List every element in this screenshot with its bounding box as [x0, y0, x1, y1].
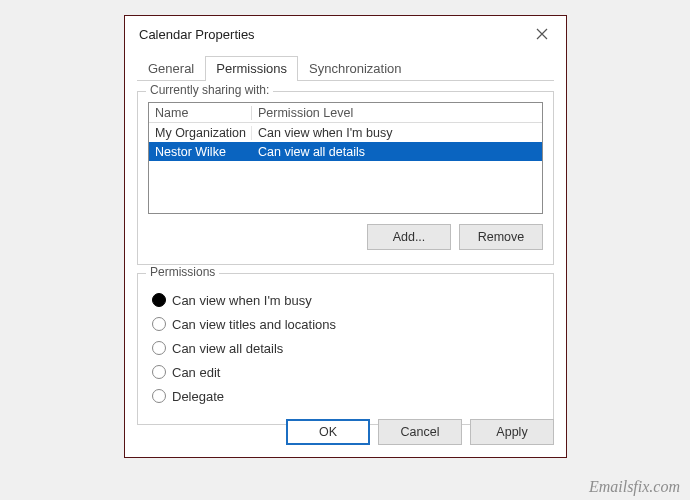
list-row[interactable]: Nestor Wilke Can view all details — [149, 142, 542, 161]
sharing-listbox[interactable]: Name Permission Level My Organization Ca… — [148, 102, 543, 214]
tab-general[interactable]: General — [137, 56, 205, 81]
sharing-legend: Currently sharing with: — [146, 83, 273, 97]
close-icon[interactable] — [528, 20, 556, 48]
cell-name: My Organization — [149, 126, 252, 140]
radio-label: Can view titles and locations — [172, 317, 336, 332]
dialog-title: Calendar Properties — [139, 27, 528, 42]
radio-icon — [152, 293, 166, 307]
permissions-pane: Currently sharing with: Name Permission … — [137, 91, 554, 425]
calendar-properties-dialog: Calendar Properties General Permissions … — [124, 15, 567, 458]
header-level: Permission Level — [252, 106, 542, 120]
permissions-legend: Permissions — [146, 265, 219, 279]
radio-can-edit[interactable]: Can edit — [152, 360, 539, 384]
radio-can-view-titles[interactable]: Can view titles and locations — [152, 312, 539, 336]
cell-name: Nestor Wilke — [149, 145, 252, 159]
sharing-buttons: Add... Remove — [148, 224, 543, 250]
radio-icon — [152, 341, 166, 355]
watermark: Emailsfix.com — [589, 478, 680, 496]
cell-level: Can view when I'm busy — [252, 126, 542, 140]
cell-level: Can view all details — [252, 145, 542, 159]
dialog-footer: OK Cancel Apply — [286, 419, 554, 445]
tab-permissions[interactable]: Permissions — [205, 56, 298, 81]
permissions-radios: Can view when I'm busy Can view titles a… — [148, 284, 543, 410]
ok-button[interactable]: OK — [286, 419, 370, 445]
titlebar: Calendar Properties — [125, 16, 566, 52]
tab-synchronization[interactable]: Synchronization — [298, 56, 413, 81]
sharing-group: Currently sharing with: Name Permission … — [137, 91, 554, 265]
list-row[interactable]: My Organization Can view when I'm busy — [149, 123, 542, 142]
radio-can-view-busy[interactable]: Can view when I'm busy — [152, 288, 539, 312]
radio-label: Can view all details — [172, 341, 283, 356]
radio-delegate[interactable]: Delegate — [152, 384, 539, 408]
radio-label: Can edit — [172, 365, 220, 380]
tabstrip: General Permissions Synchronization — [137, 52, 554, 81]
remove-button[interactable]: Remove — [459, 224, 543, 250]
add-button[interactable]: Add... — [367, 224, 451, 250]
radio-icon — [152, 389, 166, 403]
cancel-button[interactable]: Cancel — [378, 419, 462, 445]
radio-can-view-all[interactable]: Can view all details — [152, 336, 539, 360]
radio-label: Can view when I'm busy — [172, 293, 312, 308]
listbox-header: Name Permission Level — [149, 103, 542, 123]
radio-icon — [152, 365, 166, 379]
apply-button[interactable]: Apply — [470, 419, 554, 445]
radio-label: Delegate — [172, 389, 224, 404]
radio-icon — [152, 317, 166, 331]
header-name: Name — [149, 106, 252, 120]
permissions-group: Permissions Can view when I'm busy Can v… — [137, 273, 554, 425]
